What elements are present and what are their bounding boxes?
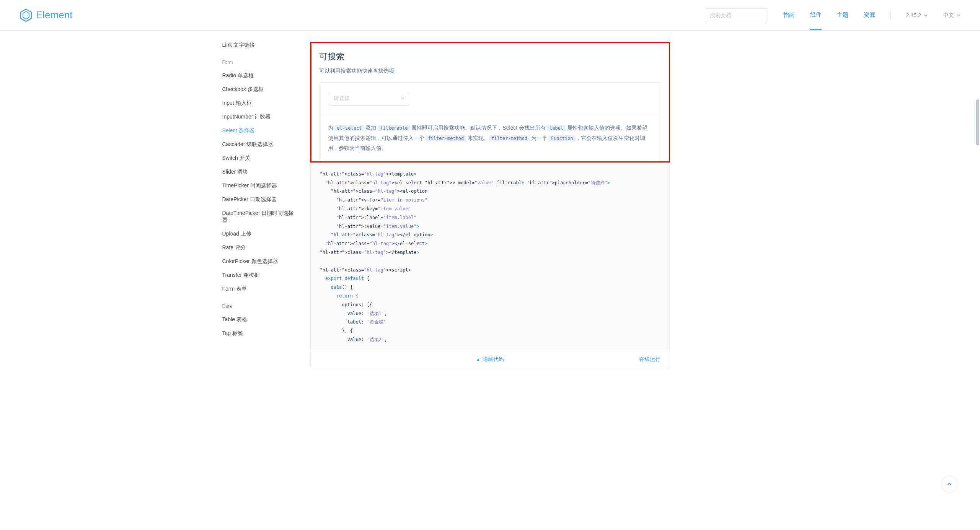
code-tag: Function [549,135,576,141]
demo-description: 为 el-select 添加 filterable 属性即可启用搜索功能。默认情… [320,115,661,161]
sidebar-item[interactable]: Form 表单 [222,282,295,296]
nav-resource[interactable]: 资源 [864,1,875,29]
demo-area: 请选择 [320,83,661,115]
version-label: 2.15.2 [906,12,921,18]
brand-logo[interactable]: Element [19,8,72,22]
code-tag: label [547,125,566,131]
chevron-down-icon [923,13,928,18]
sidebar-item[interactable]: Input 输入框 [222,96,295,110]
sidebar-item[interactable]: Cascader 级联选择器 [222,138,295,151]
sidebar: Link 文字链接 Form Radio 单选框 Checkbox 多选框 In… [203,31,295,380]
sidebar-item[interactable]: Link 文字链接 [222,38,295,52]
language-label: 中文 [943,12,954,19]
run-online-button[interactable]: 在线运行 [639,356,660,363]
sidebar-item[interactable]: Checkbox 多选框 [222,83,295,96]
sidebar-item[interactable]: Slider 滑块 [222,165,295,179]
sidebar-item[interactable]: Radio 单选框 [222,69,295,83]
select-input[interactable]: 请选择 [329,92,409,106]
search-input[interactable] [705,8,768,22]
select-placeholder: 请选择 [334,95,350,102]
highlight-box: 可搜索 可以利用搜索功能快速查找选项 请选择 为 el-select 添加 fi… [310,42,670,163]
nav-menu: 指南 组件 主题 资源 2.15.2 中文 [783,0,961,30]
element-logo-icon [19,8,33,22]
code-area: "hl-attr">class="hl-tag"><template> "hl-… [311,163,670,351]
hide-code-label: 隐藏代码 [483,356,504,363]
sidebar-item[interactable]: Table 表格 [222,313,295,327]
scrollbar-thumb[interactable] [976,99,979,145]
code-tag: filter-method [489,135,530,141]
nav-divider [890,11,891,19]
nav-component[interactable]: 组件 [810,0,822,30]
brand-name: Element [36,9,72,21]
code-tag: el-select [334,125,364,131]
sidebar-item[interactable]: DateTimePicker 日期时间选择器 [222,206,295,227]
chevron-down-icon [956,13,961,18]
sidebar-item[interactable]: InputNumber 计数器 [222,110,295,124]
code-footer[interactable]: ▲ 隐藏代码 在线运行 [311,351,670,368]
sidebar-item[interactable]: TimePicker 时间选择器 [222,179,295,193]
sidebar-group-data: Data [222,304,295,309]
main-content: 可搜索 可以利用搜索功能快速查找选项 请选择 为 el-select 添加 fi… [295,31,685,380]
section-subtitle: 可以利用搜索功能快速查找选项 [319,68,661,75]
sidebar-item[interactable]: Upload 上传 [222,227,295,241]
nav-theme[interactable]: 主题 [837,1,848,29]
caret-up-icon: ▲ [476,357,481,362]
language-dropdown[interactable]: 中文 [943,12,961,19]
sidebar-item[interactable]: Switch 开关 [222,151,295,165]
code-tag: filter-method [426,135,466,141]
demo-code-block: "hl-attr">class="hl-tag"><template> "hl-… [310,163,670,368]
chevron-down-icon [400,96,405,102]
sidebar-group-form: Form [222,60,295,65]
sidebar-item-select[interactable]: Select 选择器 [222,124,295,138]
version-dropdown[interactable]: 2.15.2 [906,12,928,18]
main-header: Element 指南 组件 主题 资源 2.15.2 中文 [0,0,980,31]
sidebar-item[interactable]: Transfer 穿梭框 [222,268,295,282]
sidebar-item[interactable]: ColorPicker 颜色选择器 [222,255,295,268]
code-tag: filterable [378,125,410,131]
nav-guide[interactable]: 指南 [783,1,795,29]
sidebar-item[interactable]: Tag 标签 [222,327,295,340]
sidebar-item[interactable]: Rate 评分 [222,241,295,255]
sidebar-item[interactable]: DatePicker 日期选择器 [222,193,295,206]
section-title: 可搜索 [319,51,661,62]
demo-block-top: 请选择 为 el-select 添加 filterable 属性即可启用搜索功能… [319,82,661,161]
